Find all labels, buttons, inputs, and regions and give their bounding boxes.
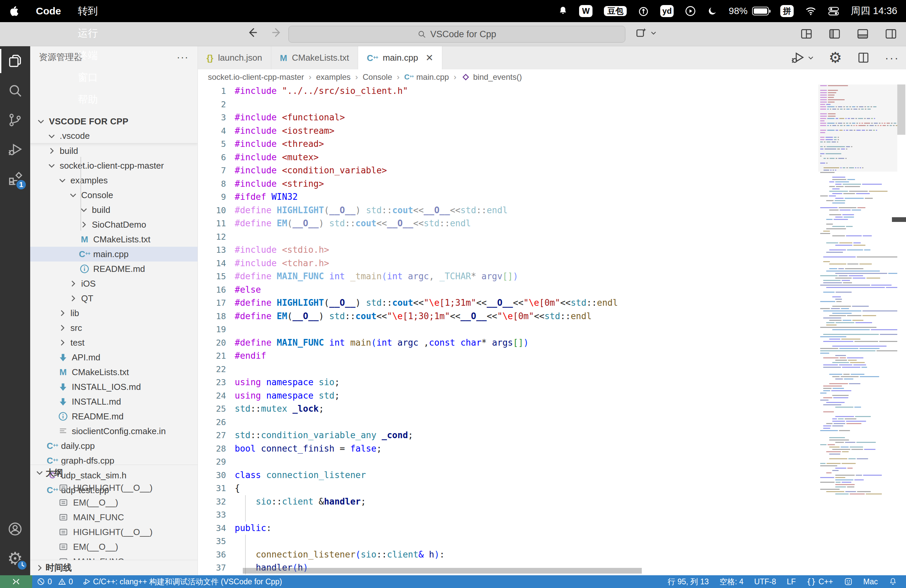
- play-menu-icon[interactable]: [685, 6, 696, 16]
- tree-item-build[interactable]: build: [30, 202, 198, 217]
- toggle-panel-icon[interactable]: [857, 27, 869, 40]
- tab-cmakelists-txt[interactable]: MCMakeLists.txt: [271, 46, 358, 69]
- chevron-right-icon[interactable]: [67, 294, 79, 303]
- editor-more-actions-icon[interactable]: ···: [885, 51, 899, 64]
- code-editor[interactable]: 1#include "../../src/sio_client.h"23#inc…: [198, 84, 818, 575]
- chevron-down-icon[interactable]: [78, 205, 90, 215]
- code-line-32[interactable]: 32 sio::client &handler;: [198, 495, 818, 508]
- eol-status[interactable]: LF: [782, 575, 801, 588]
- toggle-secondary-sidebar-icon[interactable]: [885, 27, 897, 40]
- chevron-right-icon[interactable]: [56, 308, 69, 318]
- command-center-search[interactable]: VSCode for Cpp: [289, 26, 625, 43]
- code-line-25[interactable]: 25std::mutex _lock;: [198, 402, 818, 416]
- activity-account[interactable]: [0, 514, 30, 544]
- tree-item-qt[interactable]: QT: [30, 291, 198, 306]
- tree-item-socket-io-client-cpp-master[interactable]: socket.io-client-cpp-master: [30, 158, 198, 173]
- outline-item[interactable]: EM(__O__): [30, 495, 198, 510]
- tab-main-cpp[interactable]: C++main.cpp✕: [358, 46, 442, 69]
- tree-item--vscode[interactable]: .vscode: [30, 129, 198, 143]
- tree-item-lib[interactable]: lib: [30, 306, 198, 320]
- outline-header[interactable]: 大纲: [30, 465, 198, 480]
- battery-status[interactable]: 98%: [729, 6, 769, 16]
- apple-menu-icon[interactable]: [0, 5, 27, 17]
- run-settings-gear-icon[interactable]: ⚙: [829, 50, 842, 65]
- breadcrumb-item[interactable]: C++main.cpp: [404, 72, 449, 82]
- tree-item-ios[interactable]: iOS: [30, 276, 198, 291]
- build-task-button[interactable]: C/C++: clang++ 构建和调试活动文件 (VSCode for Cpp…: [78, 575, 287, 588]
- chevron-right-icon[interactable]: [78, 220, 90, 229]
- chevron-right-icon[interactable]: [46, 146, 58, 156]
- os-indicator[interactable]: Mac: [858, 575, 883, 588]
- menu-item[interactable]: 窗口: [69, 66, 106, 89]
- code-line-13[interactable]: 13#include <stdio.h>: [198, 243, 818, 257]
- outline-item[interactable]: MAIN_FUNC: [30, 554, 198, 560]
- code-line-31[interactable]: 31{: [198, 482, 818, 495]
- code-line-34[interactable]: 34public:: [198, 522, 818, 535]
- code-line-2[interactable]: 2: [198, 98, 818, 111]
- code-line-30[interactable]: 30class connection_listener: [198, 468, 818, 482]
- chevron-right-icon[interactable]: [56, 338, 69, 347]
- code-line-6[interactable]: 6#include <mutex>: [198, 151, 818, 164]
- code-line-20[interactable]: 20#define MAIN_FUNC int main(int argc ,c…: [198, 336, 818, 350]
- tree-item-vscode-for-cpp[interactable]: VSCODE FOR CPP: [30, 114, 198, 129]
- menu-clock[interactable]: 周四 14:36: [851, 4, 897, 18]
- tree-item-siochatdemo[interactable]: SioChatDemo: [30, 217, 198, 232]
- code-line-14[interactable]: 14#include <tchar.h>: [198, 257, 818, 270]
- menu-item[interactable]: 终端: [69, 44, 106, 66]
- encoding-status[interactable]: UTF-8: [749, 575, 781, 588]
- code-line-1[interactable]: 1#include "../../src/sio_client.h": [198, 84, 818, 98]
- code-line-36[interactable]: 36 connection_listener(sio::client& h):: [198, 548, 818, 561]
- timer-menu-icon[interactable]: [638, 6, 649, 16]
- outline-item[interactable]: HIGHLIGHT(__O__): [30, 525, 198, 539]
- tree-item-main-cpp[interactable]: C++main.cpp: [30, 247, 198, 261]
- tree-item-daily-cpp[interactable]: C++daily.cpp: [30, 438, 198, 453]
- toggle-sidebar-icon[interactable]: [828, 27, 841, 40]
- code-line-29[interactable]: 29: [198, 455, 818, 468]
- tree-item-sioclientconfig-cmake-in[interactable]: sioclientConfig.cmake.in: [30, 424, 198, 438]
- code-line-7[interactable]: 7#include <condition_variable>: [198, 164, 818, 177]
- timeline-section-header[interactable]: 时间线: [30, 560, 198, 575]
- focus-moon-icon[interactable]: [707, 6, 717, 16]
- horizontal-scrollbar[interactable]: [243, 568, 642, 574]
- chevron-right-icon[interactable]: [56, 323, 69, 333]
- outline-item[interactable]: EM(__O__): [30, 539, 198, 554]
- tree-item-readme-md[interactable]: README.md: [30, 409, 198, 424]
- breadcrumb-item[interactable]: Console: [362, 72, 392, 82]
- youdao-menu-icon[interactable]: yd: [660, 5, 674, 17]
- tree-item-install-ios-md[interactable]: INSTALL_IOS.md: [30, 379, 198, 394]
- code-line-8[interactable]: 8#include <string>: [198, 177, 818, 191]
- tree-item-test[interactable]: test: [30, 335, 198, 350]
- split-editor-icon[interactable]: [857, 51, 870, 64]
- code-line-11[interactable]: 11#define EM(__O__) std::cout<<__O__<<st…: [198, 217, 818, 230]
- tree-item-readme-md[interactable]: README.md: [30, 261, 198, 276]
- problems-status[interactable]: 0 0: [32, 575, 78, 588]
- wifi-icon[interactable]: [805, 6, 817, 16]
- breadcrumb-item[interactable]: socket.io-client-cpp-master: [208, 72, 304, 82]
- indentation-status[interactable]: 空格: 4: [714, 575, 749, 588]
- outline-item[interactable]: MAIN_FUNC: [30, 510, 198, 525]
- breadcrumb-item[interactable]: examples: [316, 72, 351, 82]
- vertical-scrollbar[interactable]: [897, 84, 905, 135]
- code-line-28[interactable]: 28bool connect_finish = false;: [198, 442, 818, 456]
- wps-menu-icon[interactable]: W: [579, 5, 592, 17]
- menu-app-name[interactable]: Code: [27, 0, 69, 22]
- code-line-21[interactable]: 21#endif: [198, 349, 818, 363]
- code-line-16[interactable]: 16#else: [198, 283, 818, 297]
- copilot-icon[interactable]: [635, 27, 648, 39]
- code-line-4[interactable]: 4#include <iostream>: [198, 124, 818, 138]
- activity-settings[interactable]: ⚙: [0, 544, 30, 573]
- code-line-22[interactable]: 22: [198, 363, 818, 376]
- menu-item[interactable]: 转到: [69, 0, 106, 22]
- customize-layout-icon[interactable]: [800, 27, 813, 40]
- menu-item[interactable]: 帮助: [69, 89, 106, 111]
- debug-run-button[interactable]: [791, 51, 814, 65]
- tree-item-cmakelists-txt[interactable]: MCMakeLists.txt: [30, 365, 198, 379]
- code-line-18[interactable]: 18#define EM(__O__) std::cout<<"\e[1;30;…: [198, 310, 818, 323]
- code-line-19[interactable]: 19: [198, 323, 818, 336]
- cursor-position[interactable]: 行 95, 列 13: [662, 575, 714, 588]
- tree-item-src[interactable]: src: [30, 320, 198, 335]
- tree-item-api-md[interactable]: API.md: [30, 350, 198, 365]
- chevron-right-icon[interactable]: [67, 279, 79, 288]
- menu-item[interactable]: 运行: [69, 22, 106, 44]
- code-line-27[interactable]: 27std::condition_variable_any _cond;: [198, 429, 818, 442]
